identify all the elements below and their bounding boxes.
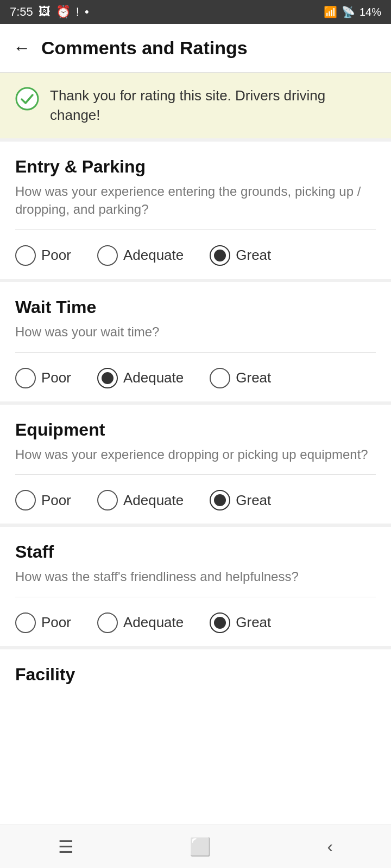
photo-icon: 🖼 xyxy=(39,5,51,19)
staff-option-adequate[interactable]: Adequate xyxy=(97,612,184,633)
wait-time-radio-circle-great xyxy=(210,368,230,388)
wait-time-label-poor: Poor xyxy=(41,369,71,386)
entry-parking-radio-group: PoorAdequateGreat xyxy=(15,241,376,266)
signal-icon: 📡 xyxy=(342,5,355,18)
staff-radio-circle-adequate xyxy=(97,612,118,633)
equipment-radio-circle-great xyxy=(210,490,230,510)
page-header: ← Comments and Ratings xyxy=(0,24,391,73)
wait-time-label-adequate: Adequate xyxy=(123,369,184,386)
equipment-radio-group: PoorAdequateGreat xyxy=(15,486,376,510)
wait-time-option-poor[interactable]: Poor xyxy=(15,368,71,388)
wait-time-title: Wait Time xyxy=(15,297,376,317)
back-button[interactable]: ← xyxy=(13,38,30,58)
entry-parking-radio-circle-poor xyxy=(15,245,36,266)
facility-card: Facility xyxy=(0,649,391,825)
staff-radio-circle-poor xyxy=(15,612,36,633)
wait-time-radio-inner-adequate xyxy=(102,372,113,384)
staff-option-great[interactable]: Great xyxy=(210,612,271,633)
back-nav-icon[interactable]: ‹ xyxy=(327,837,333,857)
entry-parking-radio-circle-great xyxy=(210,245,230,266)
rating-card-wait-time: Wait TimeHow was your wait time?PoorAdeq… xyxy=(0,282,391,401)
wait-time-description: How was your wait time? xyxy=(15,323,376,353)
wait-time-radio-circle-adequate xyxy=(97,368,118,388)
page-title: Comments and Ratings xyxy=(41,37,248,59)
equipment-description: How was your experience dropping or pick… xyxy=(15,445,376,475)
facility-title: Facility xyxy=(15,665,75,684)
wait-time-radio-group: PoorAdequateGreat xyxy=(15,363,376,388)
check-icon xyxy=(15,87,39,111)
equipment-option-great[interactable]: Great xyxy=(210,490,271,510)
equipment-option-adequate[interactable]: Adequate xyxy=(97,490,184,510)
staff-title: Staff xyxy=(15,542,376,562)
wait-time-label-great: Great xyxy=(236,369,271,386)
entry-parking-option-great[interactable]: Great xyxy=(210,245,271,266)
entry-parking-description: How was your experience entering the gro… xyxy=(15,182,376,230)
staff-option-poor[interactable]: Poor xyxy=(15,612,71,633)
entry-parking-label-great: Great xyxy=(236,247,271,264)
menu-icon[interactable]: ☰ xyxy=(58,837,74,857)
entry-parking-option-poor[interactable]: Poor xyxy=(15,245,71,266)
entry-parking-label-poor: Poor xyxy=(41,247,71,264)
battery-alert-icon: ! xyxy=(76,5,79,19)
equipment-option-poor[interactable]: Poor xyxy=(15,490,71,510)
staff-label-poor: Poor xyxy=(41,614,71,631)
wait-time-option-adequate[interactable]: Adequate xyxy=(97,368,184,388)
status-bar: 7:55 🖼 ⏰ ! • 📶 📡 14% xyxy=(0,0,391,24)
wait-time-radio-circle-poor xyxy=(15,368,36,388)
equipment-label-adequate: Adequate xyxy=(123,492,184,509)
equipment-radio-circle-poor xyxy=(15,490,36,510)
alarm-icon: ⏰ xyxy=(56,5,71,19)
home-icon[interactable]: ⬜ xyxy=(190,837,211,857)
ratings-container: Entry & ParkingHow was your experience e… xyxy=(0,142,391,649)
success-banner: Thank you for rating this site. Drivers … xyxy=(0,73,391,138)
entry-parking-label-adequate: Adequate xyxy=(123,247,184,264)
rating-card-entry-parking: Entry & ParkingHow was your experience e… xyxy=(0,142,391,279)
status-bar-right: 📶 📡 14% xyxy=(324,5,381,18)
staff-label-great: Great xyxy=(236,614,271,631)
success-message: Thank you for rating this site. Drivers … xyxy=(50,86,376,125)
equipment-label-poor: Poor xyxy=(41,492,71,509)
status-bar-left: 7:55 🖼 ⏰ ! • xyxy=(10,5,89,19)
rating-card-staff: StaffHow was the staff's friendliness an… xyxy=(0,527,391,646)
staff-radio-circle-great xyxy=(210,612,230,633)
svg-point-0 xyxy=(16,88,38,110)
wifi-icon: 📶 xyxy=(324,5,337,18)
dot-icon: • xyxy=(85,5,89,19)
entry-parking-option-adequate[interactable]: Adequate xyxy=(97,245,184,266)
battery-level: 14% xyxy=(360,6,381,18)
rating-card-equipment: EquipmentHow was your experience droppin… xyxy=(0,405,391,524)
equipment-title: Equipment xyxy=(15,420,376,440)
equipment-radio-inner-great xyxy=(214,494,226,506)
equipment-radio-circle-adequate xyxy=(97,490,118,510)
staff-description: How was the staff's friendliness and hel… xyxy=(15,567,376,597)
entry-parking-radio-inner-great xyxy=(214,250,226,261)
staff-radio-group: PoorAdequateGreat xyxy=(15,608,376,633)
staff-radio-inner-great xyxy=(214,617,226,629)
equipment-label-great: Great xyxy=(236,492,271,509)
entry-parking-radio-circle-adequate xyxy=(97,245,118,266)
bottom-navigation: ☰ ⬜ ‹ xyxy=(0,825,391,868)
wait-time-option-great[interactable]: Great xyxy=(210,368,271,388)
status-time: 7:55 xyxy=(10,5,33,19)
staff-label-adequate: Adequate xyxy=(123,614,184,631)
entry-parking-title: Entry & Parking xyxy=(15,157,376,177)
